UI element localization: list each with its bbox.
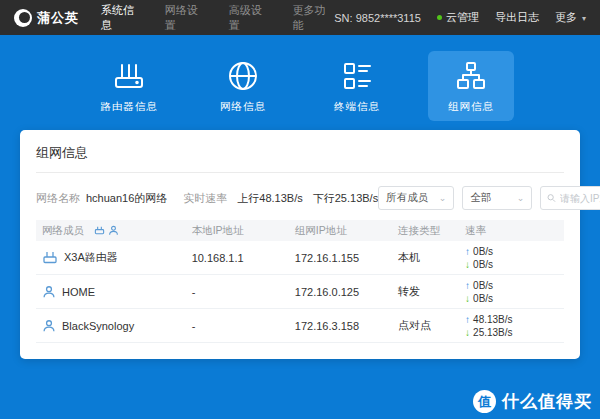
download-arrow-icon: ↓ bbox=[465, 259, 470, 270]
networking-info-card: 组网信息 网络名称 hchuan16的网络 实时速率 上行48.13B/s 下行… bbox=[20, 130, 580, 359]
topology-icon bbox=[454, 59, 488, 93]
tab-terminal-info[interactable]: 终端信息 bbox=[314, 51, 400, 121]
table-header-row: 网络成员 本地IP地址 组网IP地址 连接类型 速率 bbox=[36, 220, 564, 241]
up-speed: 0B/s bbox=[473, 246, 493, 257]
down-speed: 0B/s bbox=[473, 293, 493, 304]
tab-label: 路由器信息 bbox=[100, 100, 158, 114]
router-icon bbox=[42, 250, 58, 266]
network-name-value: hchuan16的网络 bbox=[86, 191, 167, 206]
online-status-dot-icon bbox=[437, 15, 442, 20]
search-icon bbox=[547, 193, 556, 203]
more-dropdown[interactable]: 更多 ▾ bbox=[555, 10, 586, 25]
upload-arrow-icon: ↑ bbox=[465, 246, 470, 257]
globe-icon bbox=[226, 59, 260, 93]
type-filter-value: 全部 bbox=[470, 191, 491, 205]
col-header-conn-type: 连接类型 bbox=[398, 224, 465, 238]
search-box bbox=[540, 186, 600, 210]
member-filter-select[interactable]: 所有成员 ⌄ bbox=[378, 186, 454, 210]
network-ip: 172.16.1.155 bbox=[295, 252, 398, 264]
more-label: 更多 bbox=[555, 11, 577, 23]
network-ip: 172.16.0.125 bbox=[295, 286, 398, 298]
member-filter-value: 所有成员 bbox=[386, 191, 428, 205]
upload-arrow-icon: ↑ bbox=[465, 314, 470, 325]
smzdm-logo-icon: 值 bbox=[473, 390, 496, 413]
menu-item-network-settings[interactable]: 网络设置 bbox=[165, 3, 207, 33]
col-header-network-ip: 组网IP地址 bbox=[295, 224, 398, 238]
tab-label: 终端信息 bbox=[334, 100, 380, 114]
tab-networking-info[interactable]: 组网信息 bbox=[428, 51, 514, 121]
smzdm-text: 什么值得买 bbox=[502, 390, 592, 413]
smzdm-watermark: 值 什么值得买 bbox=[473, 390, 592, 413]
upload-arrow-icon: ↑ bbox=[465, 280, 470, 291]
top-bar: 蒲公英 系统信息 网络设置 高级设置 更多功能 SN: 9852****3115… bbox=[0, 0, 600, 35]
realtime-rate-label: 实时速率 bbox=[183, 191, 227, 206]
menu-item-system-info[interactable]: 系统信息 bbox=[101, 3, 143, 33]
menu-item-more-features[interactable]: 更多功能 bbox=[292, 3, 334, 33]
info-tabs: 路由器信息 网络信息 终端信息 bbox=[0, 35, 600, 121]
router-filter-icon[interactable] bbox=[94, 225, 105, 236]
brand-logo: 蒲公英 bbox=[14, 9, 79, 27]
table-row[interactable]: BlackSynology - 172.16.3.158 点对点 ↑48.13B… bbox=[36, 309, 564, 343]
network-name-label: 网络名称 bbox=[36, 191, 80, 206]
download-arrow-icon: ↓ bbox=[465, 293, 470, 304]
cloud-manage-link[interactable]: 云管理 bbox=[437, 10, 479, 25]
top-menu: 系统信息 网络设置 高级设置 更多功能 bbox=[101, 3, 334, 33]
cloud-manage-label: 云管理 bbox=[446, 10, 479, 25]
up-speed: 0B/s bbox=[473, 280, 493, 291]
network-summary: 网络名称 hchuan16的网络 实时速率 上行48.13B/s 下行25.13… bbox=[36, 191, 378, 206]
tab-router-info[interactable]: 路由器信息 bbox=[86, 51, 172, 121]
upload-rate: 上行48.13B/s bbox=[237, 191, 302, 206]
tab-network-info[interactable]: 网络信息 bbox=[200, 51, 286, 121]
member-name: HOME bbox=[62, 286, 95, 298]
download-rate: 下行25.13B/s bbox=[313, 191, 378, 206]
network-ip: 172.16.3.158 bbox=[295, 320, 398, 332]
filter-bar: 所有成员 ⌄ 全部 ⌄ bbox=[378, 186, 600, 210]
col-header-local-ip: 本地IP地址 bbox=[192, 224, 295, 238]
router-icon bbox=[112, 59, 146, 93]
chevron-down-icon: ▾ bbox=[582, 14, 586, 23]
member-name: BlackSynology bbox=[62, 320, 134, 332]
tab-label: 网络信息 bbox=[220, 100, 266, 114]
person-filter-icon[interactable] bbox=[108, 225, 119, 236]
down-speed: 25.13B/s bbox=[473, 327, 512, 338]
search-input[interactable] bbox=[560, 193, 600, 204]
down-speed: 0B/s bbox=[473, 259, 493, 270]
download-arrow-icon: ↓ bbox=[465, 327, 470, 338]
table-row[interactable]: X3A路由器 10.168.1.1 172.16.1.155 本机 ↑0B/s … bbox=[36, 241, 564, 275]
col-header-speed: 速率 bbox=[465, 224, 558, 238]
type-filter-select[interactable]: 全部 ⌄ bbox=[462, 186, 532, 210]
col-header-member: 网络成员 bbox=[42, 224, 84, 238]
local-ip: 10.168.1.1 bbox=[192, 252, 295, 264]
local-ip: - bbox=[192, 286, 295, 298]
dandelion-logo-icon bbox=[14, 9, 32, 27]
person-icon bbox=[42, 285, 56, 299]
chevron-down-icon: ⌄ bbox=[517, 193, 525, 203]
menu-item-advanced-settings[interactable]: 高级设置 bbox=[229, 3, 271, 33]
topbar-right: SN: 9852****3115 云管理 导出日志 更多 ▾ bbox=[334, 10, 586, 25]
export-log-link[interactable]: 导出日志 bbox=[495, 10, 539, 25]
chevron-down-icon: ⌄ bbox=[439, 193, 447, 203]
terminal-list-icon bbox=[340, 59, 374, 93]
network-summary-row: 网络名称 hchuan16的网络 实时速率 上行48.13B/s 下行25.13… bbox=[36, 186, 564, 210]
conn-type: 转发 bbox=[398, 284, 465, 299]
card-title: 组网信息 bbox=[36, 130, 564, 173]
serial-number: SN: 9852****3115 bbox=[334, 12, 421, 24]
local-ip: - bbox=[192, 320, 295, 332]
brand-name: 蒲公英 bbox=[37, 9, 79, 27]
conn-type: 点对点 bbox=[398, 318, 465, 333]
person-icon bbox=[42, 319, 56, 333]
up-speed: 48.13B/s bbox=[473, 314, 512, 325]
tab-label: 组网信息 bbox=[448, 100, 494, 114]
conn-type: 本机 bbox=[398, 250, 465, 265]
members-table: 网络成员 本地IP地址 组网IP地址 连接类型 速率 bbox=[36, 220, 564, 343]
table-row[interactable]: HOME - 172.16.0.125 转发 ↑0B/s ↓0B/s bbox=[36, 275, 564, 309]
member-name: X3A路由器 bbox=[64, 250, 118, 265]
